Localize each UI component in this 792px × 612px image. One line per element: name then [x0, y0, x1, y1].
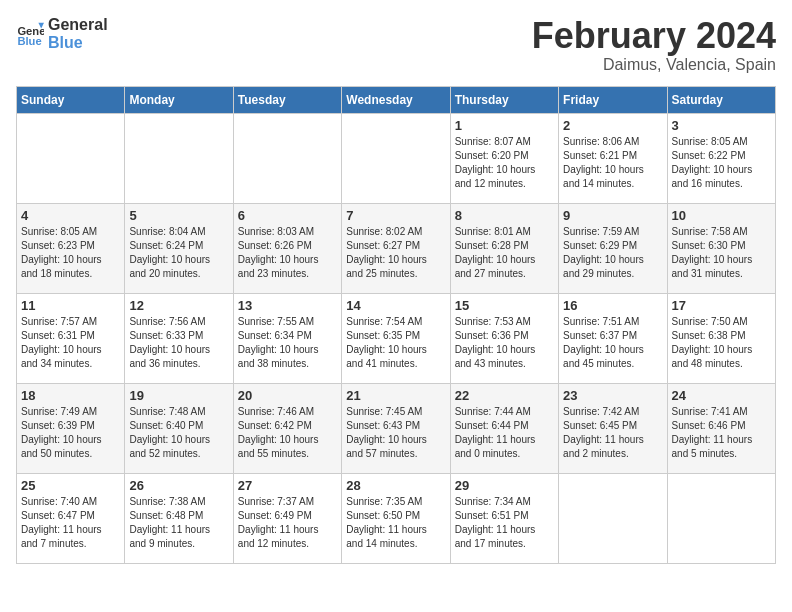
- day-info: Sunrise: 7:40 AM Sunset: 6:47 PM Dayligh…: [21, 495, 120, 551]
- day-info: Sunrise: 8:02 AM Sunset: 6:27 PM Dayligh…: [346, 225, 445, 281]
- logo-general: General: [48, 16, 108, 34]
- day-cell: 9Sunrise: 7:59 AM Sunset: 6:29 PM Daylig…: [559, 203, 667, 293]
- logo-blue: Blue: [48, 34, 108, 52]
- day-header-friday: Friday: [559, 86, 667, 113]
- week-row-4: 18Sunrise: 7:49 AM Sunset: 6:39 PM Dayli…: [17, 383, 776, 473]
- day-cell: 18Sunrise: 7:49 AM Sunset: 6:39 PM Dayli…: [17, 383, 125, 473]
- calendar-table: SundayMondayTuesdayWednesdayThursdayFrid…: [16, 86, 776, 564]
- week-row-5: 25Sunrise: 7:40 AM Sunset: 6:47 PM Dayli…: [17, 473, 776, 563]
- day-cell: [667, 473, 775, 563]
- week-row-3: 11Sunrise: 7:57 AM Sunset: 6:31 PM Dayli…: [17, 293, 776, 383]
- day-header-tuesday: Tuesday: [233, 86, 341, 113]
- day-number: 11: [21, 298, 120, 313]
- day-number: 7: [346, 208, 445, 223]
- day-number: 27: [238, 478, 337, 493]
- day-cell: 12Sunrise: 7:56 AM Sunset: 6:33 PM Dayli…: [125, 293, 233, 383]
- day-info: Sunrise: 8:05 AM Sunset: 6:22 PM Dayligh…: [672, 135, 771, 191]
- day-header-monday: Monday: [125, 86, 233, 113]
- week-row-1: 1Sunrise: 8:07 AM Sunset: 6:20 PM Daylig…: [17, 113, 776, 203]
- day-cell: 2Sunrise: 8:06 AM Sunset: 6:21 PM Daylig…: [559, 113, 667, 203]
- day-info: Sunrise: 7:56 AM Sunset: 6:33 PM Dayligh…: [129, 315, 228, 371]
- day-cell: 25Sunrise: 7:40 AM Sunset: 6:47 PM Dayli…: [17, 473, 125, 563]
- logo-icon: General Blue: [16, 20, 44, 48]
- day-number: 1: [455, 118, 554, 133]
- day-cell: [233, 113, 341, 203]
- day-number: 29: [455, 478, 554, 493]
- day-info: Sunrise: 8:01 AM Sunset: 6:28 PM Dayligh…: [455, 225, 554, 281]
- day-number: 15: [455, 298, 554, 313]
- day-info: Sunrise: 7:59 AM Sunset: 6:29 PM Dayligh…: [563, 225, 662, 281]
- day-cell: 17Sunrise: 7:50 AM Sunset: 6:38 PM Dayli…: [667, 293, 775, 383]
- day-number: 25: [21, 478, 120, 493]
- day-info: Sunrise: 7:34 AM Sunset: 6:51 PM Dayligh…: [455, 495, 554, 551]
- day-info: Sunrise: 7:53 AM Sunset: 6:36 PM Dayligh…: [455, 315, 554, 371]
- title-block: February 2024 Daimus, Valencia, Spain: [532, 16, 776, 74]
- day-cell: 14Sunrise: 7:54 AM Sunset: 6:35 PM Dayli…: [342, 293, 450, 383]
- day-cell: 1Sunrise: 8:07 AM Sunset: 6:20 PM Daylig…: [450, 113, 558, 203]
- day-info: Sunrise: 7:37 AM Sunset: 6:49 PM Dayligh…: [238, 495, 337, 551]
- day-cell: 24Sunrise: 7:41 AM Sunset: 6:46 PM Dayli…: [667, 383, 775, 473]
- day-number: 17: [672, 298, 771, 313]
- day-number: 6: [238, 208, 337, 223]
- day-number: 14: [346, 298, 445, 313]
- day-number: 20: [238, 388, 337, 403]
- svg-text:Blue: Blue: [17, 35, 41, 47]
- day-number: 16: [563, 298, 662, 313]
- day-cell: 10Sunrise: 7:58 AM Sunset: 6:30 PM Dayli…: [667, 203, 775, 293]
- day-number: 8: [455, 208, 554, 223]
- logo: General Blue General Blue: [16, 16, 108, 51]
- day-info: Sunrise: 7:42 AM Sunset: 6:45 PM Dayligh…: [563, 405, 662, 461]
- day-info: Sunrise: 7:44 AM Sunset: 6:44 PM Dayligh…: [455, 405, 554, 461]
- day-cell: 4Sunrise: 8:05 AM Sunset: 6:23 PM Daylig…: [17, 203, 125, 293]
- day-info: Sunrise: 7:54 AM Sunset: 6:35 PM Dayligh…: [346, 315, 445, 371]
- day-cell: 5Sunrise: 8:04 AM Sunset: 6:24 PM Daylig…: [125, 203, 233, 293]
- day-cell: 6Sunrise: 8:03 AM Sunset: 6:26 PM Daylig…: [233, 203, 341, 293]
- day-number: 13: [238, 298, 337, 313]
- day-header-sunday: Sunday: [17, 86, 125, 113]
- day-info: Sunrise: 7:50 AM Sunset: 6:38 PM Dayligh…: [672, 315, 771, 371]
- day-cell: [559, 473, 667, 563]
- day-info: Sunrise: 7:49 AM Sunset: 6:39 PM Dayligh…: [21, 405, 120, 461]
- day-cell: 22Sunrise: 7:44 AM Sunset: 6:44 PM Dayli…: [450, 383, 558, 473]
- day-info: Sunrise: 7:45 AM Sunset: 6:43 PM Dayligh…: [346, 405, 445, 461]
- day-number: 12: [129, 298, 228, 313]
- day-cell: 16Sunrise: 7:51 AM Sunset: 6:37 PM Dayli…: [559, 293, 667, 383]
- day-cell: 7Sunrise: 8:02 AM Sunset: 6:27 PM Daylig…: [342, 203, 450, 293]
- day-number: 4: [21, 208, 120, 223]
- day-cell: 23Sunrise: 7:42 AM Sunset: 6:45 PM Dayli…: [559, 383, 667, 473]
- day-info: Sunrise: 7:46 AM Sunset: 6:42 PM Dayligh…: [238, 405, 337, 461]
- day-number: 23: [563, 388, 662, 403]
- calendar-header: SundayMondayTuesdayWednesdayThursdayFrid…: [17, 86, 776, 113]
- day-cell: 28Sunrise: 7:35 AM Sunset: 6:50 PM Dayli…: [342, 473, 450, 563]
- day-info: Sunrise: 7:51 AM Sunset: 6:37 PM Dayligh…: [563, 315, 662, 371]
- day-info: Sunrise: 8:03 AM Sunset: 6:26 PM Dayligh…: [238, 225, 337, 281]
- day-number: 10: [672, 208, 771, 223]
- month-title: February 2024: [532, 16, 776, 56]
- day-number: 5: [129, 208, 228, 223]
- day-number: 3: [672, 118, 771, 133]
- day-cell: 29Sunrise: 7:34 AM Sunset: 6:51 PM Dayli…: [450, 473, 558, 563]
- day-number: 22: [455, 388, 554, 403]
- day-cell: 3Sunrise: 8:05 AM Sunset: 6:22 PM Daylig…: [667, 113, 775, 203]
- day-info: Sunrise: 7:58 AM Sunset: 6:30 PM Dayligh…: [672, 225, 771, 281]
- day-cell: 27Sunrise: 7:37 AM Sunset: 6:49 PM Dayli…: [233, 473, 341, 563]
- day-cell: 11Sunrise: 7:57 AM Sunset: 6:31 PM Dayli…: [17, 293, 125, 383]
- day-number: 26: [129, 478, 228, 493]
- location: Daimus, Valencia, Spain: [532, 56, 776, 74]
- day-number: 9: [563, 208, 662, 223]
- day-number: 21: [346, 388, 445, 403]
- day-info: Sunrise: 7:57 AM Sunset: 6:31 PM Dayligh…: [21, 315, 120, 371]
- day-info: Sunrise: 7:35 AM Sunset: 6:50 PM Dayligh…: [346, 495, 445, 551]
- day-number: 28: [346, 478, 445, 493]
- day-info: Sunrise: 8:04 AM Sunset: 6:24 PM Dayligh…: [129, 225, 228, 281]
- day-number: 24: [672, 388, 771, 403]
- day-cell: 8Sunrise: 8:01 AM Sunset: 6:28 PM Daylig…: [450, 203, 558, 293]
- day-number: 19: [129, 388, 228, 403]
- day-number: 2: [563, 118, 662, 133]
- day-cell: [17, 113, 125, 203]
- day-header-thursday: Thursday: [450, 86, 558, 113]
- week-row-2: 4Sunrise: 8:05 AM Sunset: 6:23 PM Daylig…: [17, 203, 776, 293]
- day-info: Sunrise: 7:48 AM Sunset: 6:40 PM Dayligh…: [129, 405, 228, 461]
- day-cell: [342, 113, 450, 203]
- calendar-body: 1Sunrise: 8:07 AM Sunset: 6:20 PM Daylig…: [17, 113, 776, 563]
